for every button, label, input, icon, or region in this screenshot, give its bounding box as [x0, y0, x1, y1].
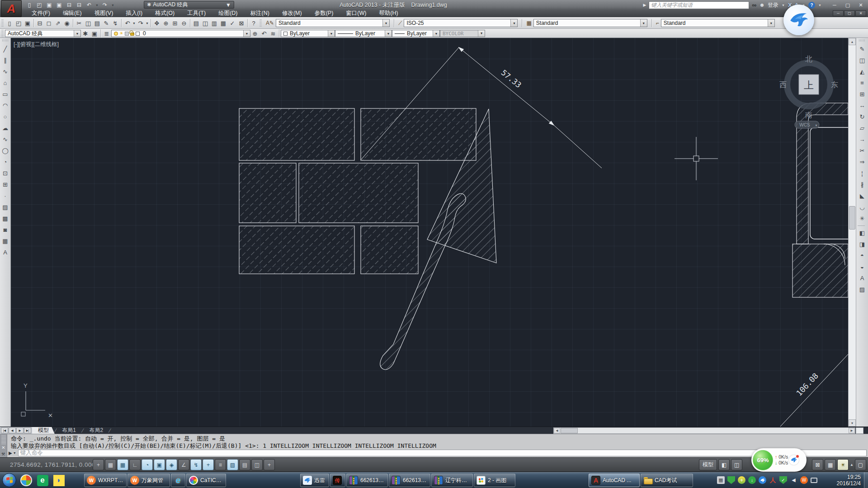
show-desktop-button[interactable]: [864, 472, 868, 488]
isolate-objects-icon[interactable]: ☀: [837, 459, 849, 470]
command-window[interactable]: ✕ ⚒ 命令: _.undo 当前设置: 自动 = 开, 控制 = 全部, 合并…: [0, 434, 868, 457]
tray-shield-check-icon[interactable]: ✓: [779, 476, 787, 484]
help-icon[interactable]: ?: [249, 19, 258, 28]
toggle-polar-tracking[interactable]: ◔: [142, 459, 153, 470]
plot-icon[interactable]: ⊟: [65, 1, 73, 9]
menu-工具(T)[interactable]: 工具(T): [181, 9, 212, 17]
toggle-grid-display[interactable]: ▦: [117, 459, 128, 470]
scroll-left-icon[interactable]: ◀: [554, 428, 560, 433]
make-layer-current-icon[interactable]: ⊕: [250, 29, 259, 38]
gradient-icon[interactable]: ▩: [1, 213, 10, 224]
chevron-down-icon[interactable]: ▼: [145, 22, 149, 25]
saveas-icon[interactable]: ▣: [55, 1, 63, 9]
open-icon[interactable]: ◰: [14, 19, 23, 28]
multileader-style-dropdown[interactable]: Standard▼: [661, 19, 775, 27]
tray-download-green-icon[interactable]: ↓: [748, 476, 756, 484]
revision-cloud-icon[interactable]: ☁: [1, 122, 10, 134]
pan-icon[interactable]: ✥: [152, 19, 161, 28]
preview-icon[interactable]: ◻: [44, 19, 53, 28]
linetype-dropdown[interactable]: ByLayer ▼: [335, 30, 392, 37]
draworder-under-icon[interactable]: ◒: [858, 261, 867, 272]
wrench-icon[interactable]: ⚒: [1, 452, 5, 456]
scroll-right-icon[interactable]: ▶: [849, 428, 855, 433]
speed-monitor-bubble[interactable]: 69% ↑ 0K/s ↓ 0K/s: [751, 448, 807, 472]
dim-style-dropdown[interactable]: ISO-25▼: [404, 19, 518, 27]
minimize-button[interactable]: ─: [828, 1, 841, 9]
tray-accel-plus-icon[interactable]: +: [738, 476, 745, 484]
taskbar-item-万象网管[interactable]: W万象网管: [127, 474, 170, 487]
xunlei-kankan-icon[interactable]: ◗: [52, 474, 65, 487]
close-icon[interactable]: ✕: [0, 445, 7, 450]
array-icon[interactable]: ⊞: [858, 89, 867, 100]
scroll-thumb[interactable]: [849, 206, 855, 230]
hardware-acceleration-icon[interactable]: ▦: [825, 459, 836, 470]
toolbar-grip[interactable]: [1, 30, 4, 37]
print-icon[interactable]: ⊟: [75, 1, 83, 9]
tab-布局1[interactable]: 布局1: [56, 427, 82, 434]
zoom-realtime-icon[interactable]: ⊕: [161, 19, 170, 28]
layer-dropdown[interactable]: ☀ 0 ▼: [111, 30, 250, 37]
line-icon[interactable]: ╱: [1, 43, 10, 55]
polyline-icon[interactable]: ∿: [1, 66, 10, 77]
spline-icon[interactable]: ∿: [1, 134, 10, 145]
close-button[interactable]: ✕: [854, 1, 867, 9]
multiline-text-icon[interactable]: A: [1, 247, 10, 258]
chevron-down-icon[interactable]: ▼: [132, 22, 136, 25]
table-style-icon[interactable]: ▦: [526, 20, 531, 26]
toolbar-grip[interactable]: [1, 19, 4, 27]
text-to-front-icon[interactable]: A: [858, 272, 867, 284]
zoom-previous-icon[interactable]: ⊖: [179, 19, 189, 28]
search-expand-icon[interactable]: ▶: [643, 3, 646, 7]
tray-wangwang-icon[interactable]: W: [800, 476, 808, 484]
extend-icon[interactable]: ⇒: [858, 156, 867, 168]
rotate-icon[interactable]: ↻: [858, 111, 867, 122]
blockedit-icon[interactable]: ↯: [111, 19, 120, 28]
break-icon[interactable]: ∦: [858, 179, 867, 190]
chamfer-icon[interactable]: ◣: [858, 190, 867, 202]
stretch-icon[interactable]: →: [858, 134, 867, 145]
taskbar-item-662613e2...[interactable]: 662613e2...: [346, 474, 388, 487]
toggle-dynamic-input[interactable]: +: [203, 459, 214, 470]
toggle-ortho-mode[interactable]: ∟: [129, 459, 141, 470]
table-icon[interactable]: ▦: [1, 235, 10, 247]
open-icon[interactable]: ◰: [35, 1, 43, 9]
text-style-dropdown[interactable]: Standard▼: [276, 19, 390, 27]
layer-previous-icon[interactable]: ↶: [259, 29, 269, 38]
login-button[interactable]: 登录: [768, 1, 778, 9]
menu-视图(V)[interactable]: 视图(V): [88, 9, 120, 17]
first-tab-icon[interactable]: |◀: [1, 427, 8, 433]
tool-palettes-icon[interactable]: ▥: [210, 19, 219, 28]
help-search-input[interactable]: [649, 1, 749, 9]
make-block-icon[interactable]: ⊞: [1, 179, 10, 190]
fillet-icon[interactable]: ◡: [858, 202, 867, 213]
properties-icon[interactable]: ▤: [192, 19, 201, 28]
cut-icon[interactable]: ✂: [75, 19, 84, 28]
toggle-transparency[interactable]: ▨: [227, 459, 238, 470]
toggle-infer-constraints[interactable]: +: [93, 459, 104, 470]
toolbar-grip[interactable]: [859, 39, 865, 42]
toggle-snap-mode[interactable]: ▦: [105, 459, 116, 470]
tray-pin-red-icon[interactable]: 人: [769, 476, 777, 484]
clean-screen-icon[interactable]: ▢: [855, 459, 866, 470]
dim-style-icon[interactable]: ⟋: [398, 20, 402, 26]
taskbar-item-WXRPT_W...[interactable]: WWXRPT_W...: [84, 474, 127, 487]
taskbar-clock[interactable]: 19:25 2016/12/4: [821, 474, 861, 487]
sheetset-icon[interactable]: ▦: [219, 19, 228, 28]
matchprop-icon[interactable]: ✎: [102, 19, 111, 28]
arc-icon[interactable]: ◠: [1, 100, 10, 111]
doc-close-button[interactable]: ✕: [855, 10, 866, 16]
undo-icon[interactable]: ↶: [123, 19, 132, 28]
menu-插入(I)[interactable]: 插入(I): [119, 9, 149, 17]
region-icon[interactable]: ◙: [1, 224, 10, 235]
toggle-quick-properties[interactable]: ▤: [239, 459, 250, 470]
hatch-to-back-icon[interactable]: ▨: [858, 284, 867, 295]
offset-icon[interactable]: ≡: [858, 77, 867, 89]
redo-icon[interactable]: ↷: [101, 1, 109, 9]
thunder-floating-icon[interactable]: [783, 5, 814, 35]
menu-修改(M)[interactable]: 修改(M): [276, 9, 308, 17]
model-space-canvas[interactable]: [-][俯视][二维线框]: [11, 38, 848, 427]
copy-icon[interactable]: ◫: [84, 19, 93, 28]
taskbar-item-AutoCAD ...[interactable]: AAutoCAD ...: [589, 474, 640, 487]
layer-properties-icon[interactable]: ≣: [102, 29, 111, 38]
quick-view-drawings-icon[interactable]: ◫: [731, 459, 742, 470]
